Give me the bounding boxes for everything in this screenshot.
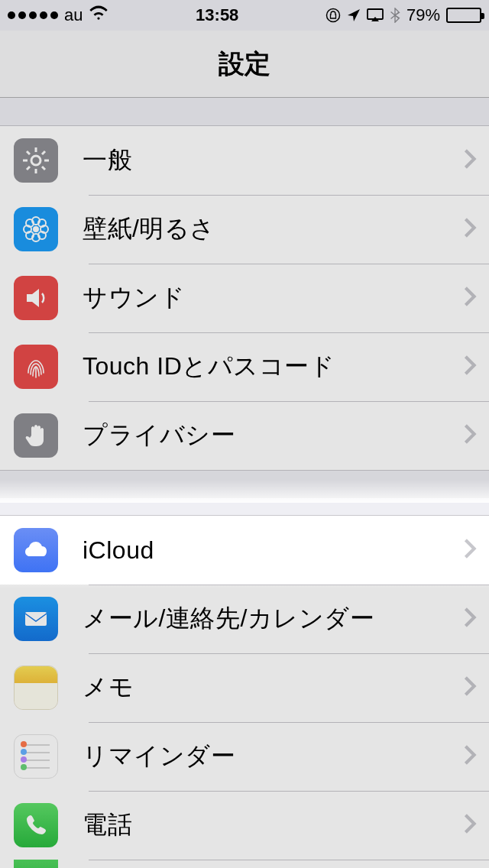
reminders-icon <box>14 734 58 779</box>
svg-point-0 <box>326 9 339 22</box>
svg-line-8 <box>42 167 45 170</box>
row-label: サウンド <box>83 281 463 315</box>
signal-strength-icon <box>8 11 58 19</box>
row-label: 壁紙/明るさ <box>83 212 463 246</box>
battery-icon <box>446 8 481 23</box>
chevron-right-icon <box>463 675 477 700</box>
row-privacy[interactable]: プライバシー <box>0 401 489 470</box>
chevron-right-icon <box>463 148 477 173</box>
clock: 13:58 <box>108 5 325 25</box>
carrier-label: au <box>64 5 83 25</box>
fingerprint-icon <box>14 345 58 389</box>
svg-point-2 <box>31 156 40 165</box>
svg-rect-20 <box>25 612 47 626</box>
row-label: iCloud <box>83 536 463 565</box>
chevron-right-icon <box>463 286 477 310</box>
location-icon <box>347 8 361 22</box>
cloud-icon <box>14 528 58 572</box>
hand-icon <box>14 413 58 458</box>
row-label: 電話 <box>83 808 463 842</box>
chevron-right-icon <box>463 538 477 562</box>
row-icloud[interactable]: iCloud <box>0 516 489 585</box>
svg-line-10 <box>27 167 30 170</box>
bluetooth-icon <box>390 8 400 23</box>
row-cut-off[interactable] <box>0 860 489 868</box>
airplay-icon <box>367 8 384 22</box>
svg-point-11 <box>33 226 39 232</box>
svg-line-9 <box>42 151 45 154</box>
page-title: 設定 <box>219 47 270 82</box>
speaker-icon <box>14 276 58 320</box>
notes-icon <box>14 666 58 710</box>
row-label: メール/連絡先/カレンダー <box>83 602 463 636</box>
unknown-icon <box>14 860 58 868</box>
row-reminders[interactable]: リマインダー <box>0 722 489 791</box>
status-bar: au 13:58 79% <box>0 0 489 31</box>
gear-icon <box>14 138 58 183</box>
row-mail[interactable]: メール/連絡先/カレンダー <box>0 585 489 653</box>
row-touchid[interactable]: Touch IDとパスコード <box>0 332 489 401</box>
flower-icon <box>14 207 58 251</box>
row-general[interactable]: 一般 <box>0 126 489 195</box>
phone-icon <box>14 803 58 847</box>
svg-line-7 <box>27 151 30 154</box>
row-wallpaper[interactable]: 壁紙/明るさ <box>0 195 489 264</box>
row-label: 一般 <box>83 144 463 177</box>
chevron-right-icon <box>463 744 477 769</box>
chevron-right-icon <box>463 355 477 379</box>
row-phone[interactable]: 電話 <box>0 791 489 860</box>
settings-group-1: 一般 壁紙/明るさ サウンド Touch IDとパスコード プライバシー <box>0 125 489 471</box>
battery-percent: 79% <box>406 5 440 25</box>
settings-group-2: iCloud メール/連絡先/カレンダー メモ リマインダー 電話 <box>0 515 489 868</box>
row-label: リマインダー <box>83 740 463 773</box>
chevron-right-icon <box>463 217 477 241</box>
row-notes[interactable]: メモ <box>0 653 489 722</box>
chevron-right-icon <box>463 423 477 448</box>
chevron-right-icon <box>463 813 477 837</box>
row-label: プライバシー <box>83 419 463 452</box>
envelope-icon <box>14 597 58 641</box>
row-label: メモ <box>83 671 463 704</box>
wifi-icon <box>89 5 108 25</box>
row-sound[interactable]: サウンド <box>0 264 489 332</box>
row-label: Touch IDとパスコード <box>83 350 463 384</box>
nav-header: 設定 <box>0 31 489 98</box>
orientation-lock-icon <box>325 8 341 23</box>
chevron-right-icon <box>463 607 477 631</box>
